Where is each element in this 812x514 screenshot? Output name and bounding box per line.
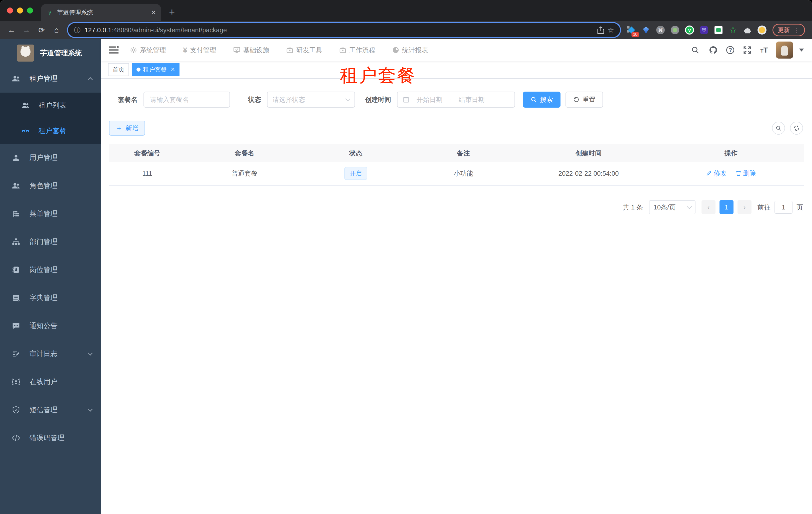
cell-actions: 修改 删除 (658, 169, 804, 178)
edit-link[interactable]: 修改 (706, 169, 726, 178)
end-date-input[interactable] (455, 96, 489, 104)
browser-tab[interactable]: 芋道管理系统 ✕ (41, 4, 161, 21)
sidebar-item-sms-management[interactable]: 短信管理 (0, 396, 101, 424)
forward-icon[interactable]: → (20, 26, 33, 34)
favicon (46, 9, 53, 16)
chat-extension-icon[interactable] (714, 26, 723, 34)
sidebar-item-error-code[interactable]: 错误码管理 (0, 424, 101, 452)
goto-label: 前往 (757, 203, 771, 212)
reload-icon[interactable]: ⟳ (35, 26, 48, 34)
top-menu-devtools[interactable]: 研发工具 (286, 46, 322, 55)
top-menu-report[interactable]: 统计报表 (392, 46, 428, 55)
sidebar-item-tenant-list[interactable]: 租户列表 (0, 92, 101, 118)
github-icon[interactable] (708, 45, 718, 55)
url-host: 127.0.0.1 (85, 26, 112, 34)
sidebar-item-online-users[interactable]: 在线用户 (0, 368, 101, 396)
sidebar-item-dept-management[interactable]: 部门管理 (0, 228, 101, 256)
green-v-extension-icon[interactable]: v (685, 26, 694, 34)
page-size-select[interactable]: 10条/页 (649, 200, 696, 214)
app-title: 芋道管理系统 (40, 48, 82, 58)
add-button[interactable]: ＋ 新增 (109, 120, 145, 136)
goto-page-input[interactable] (775, 201, 792, 214)
chevron-down-icon (88, 351, 93, 356)
gear-icon (130, 47, 137, 54)
new-tab-button[interactable]: + (169, 7, 175, 17)
sidebar-item-role-management[interactable]: 角色管理 (0, 172, 101, 200)
avatar-caret-icon[interactable] (799, 49, 804, 52)
puzzle-extensions-icon[interactable] (743, 26, 752, 34)
pager: ‹ 1 › (701, 200, 752, 214)
star-extension-icon[interactable]: ✩ (728, 26, 737, 34)
command-extension-icon[interactable]: ⌘ (656, 26, 665, 34)
sidebar-item-tenant-package[interactable]: 租户套餐 (0, 118, 101, 144)
show-search-icon-button[interactable] (772, 121, 785, 135)
col-header-actions: 操作 (658, 149, 804, 158)
status-tag: 开启 (344, 167, 367, 180)
chrome-update-button[interactable]: 更新 ⋮ (773, 24, 805, 36)
top-menu-system[interactable]: 系统管理 (130, 46, 166, 55)
top-menu-workflow[interactable]: 工作流程 (339, 46, 375, 55)
active-tag-dot (137, 67, 141, 72)
date-range-picker[interactable]: - (397, 91, 515, 108)
sidebar-item-dict-management[interactable]: 字典管理 (0, 284, 101, 312)
tag-home[interactable]: 首页 (108, 63, 129, 76)
start-date-input[interactable] (412, 96, 446, 104)
top-menu-payment[interactable]: ¥ 支付管理 (183, 46, 216, 55)
close-window-button[interactable] (7, 7, 13, 13)
status-select[interactable]: 请选择状态 (267, 91, 355, 108)
share-icon[interactable] (597, 26, 604, 34)
address-bar[interactable]: ⓘ 127.0.0.1:48080/admin-ui/system/tenant… (68, 23, 620, 37)
tab-title: 芋道管理系统 (57, 8, 147, 17)
search-button[interactable]: 搜索 (523, 91, 560, 108)
briefcase-icon (286, 47, 293, 54)
cell-status: 开启 (303, 167, 408, 180)
sidebar-item-menu-management[interactable]: 菜单管理 (0, 200, 101, 228)
delete-link[interactable]: 删除 (735, 169, 756, 178)
user-avatar[interactable] (776, 42, 793, 59)
sidebar-item-post-management[interactable]: 岗位管理 (0, 256, 101, 284)
collapse-sidebar-icon[interactable] (109, 46, 119, 54)
help-icon[interactable]: ? (726, 46, 734, 54)
shield-extension-icon[interactable]: ⛨ (699, 26, 708, 34)
sidebar-item-tenant-management[interactable]: 租户管理 (0, 64, 101, 92)
top-menu-label: 基础设施 (243, 46, 269, 55)
browser-menu-icon[interactable]: ⋮ (794, 27, 800, 33)
sidebar-item-audit-log[interactable]: 审计日志 (0, 340, 101, 368)
zoom-window-button[interactable] (27, 7, 33, 13)
next-page-button[interactable]: › (737, 200, 752, 214)
search-icon[interactable] (690, 45, 700, 55)
current-page-button[interactable]: 1 (720, 200, 733, 214)
bookmark-star-icon[interactable]: ☆ (608, 26, 614, 34)
minimize-window-button[interactable] (17, 7, 23, 13)
refresh-table-button[interactable] (790, 121, 803, 135)
sidebar-item-notice[interactable]: 通知公告 (0, 312, 101, 340)
top-menu-infra[interactable]: 基础设施 (233, 46, 269, 55)
profile-avatar-icon[interactable] (757, 26, 766, 34)
gem-extension-icon[interactable] (641, 26, 650, 34)
package-name-input[interactable] (144, 91, 230, 108)
tags-view-bar: 首页 租户套餐 ✕ (101, 61, 812, 79)
pagination: 共 1 条 10条/页 ‹ 1 › 前往 页 (109, 200, 804, 214)
fullscreen-icon[interactable] (742, 45, 752, 55)
tag-tenant-package[interactable]: 租户套餐 ✕ (132, 63, 179, 76)
header-right-icons: ? TT (690, 42, 804, 59)
browser-tab-strip: 芋道管理系统 ✕ + (0, 0, 812, 21)
prev-page-button[interactable]: ‹ (701, 200, 716, 214)
site-info-icon[interactable]: ⓘ (74, 26, 81, 34)
broadcast-user-icon (10, 378, 22, 386)
home-icon[interactable]: ⌂ (50, 26, 63, 34)
url-text[interactable]: 127.0.0.1:48080/admin-ui/system/tenant/p… (85, 26, 593, 34)
tag-close-icon[interactable]: ✕ (171, 66, 175, 73)
sidebar-logo-row[interactable]: 芋道管理系统 (0, 39, 101, 64)
sidebar-item-label: 租户列表 (38, 101, 66, 110)
tab-close-icon[interactable]: ✕ (151, 9, 156, 16)
pinned-extension-icon[interactable]: 10 (627, 26, 636, 34)
sidebar-item-user-management[interactable]: 用户管理 (0, 144, 101, 172)
font-size-icon[interactable]: TT (760, 46, 768, 54)
search-button-label: 搜索 (540, 96, 553, 104)
reset-button[interactable]: 重置 (566, 91, 603, 108)
sidebar-item-label: 审计日志 (29, 349, 58, 359)
url-path: :48080/admin-ui/system/tenant/package (112, 26, 227, 34)
back-icon[interactable]: ← (5, 26, 18, 34)
recorder-extension-icon[interactable] (670, 26, 679, 34)
